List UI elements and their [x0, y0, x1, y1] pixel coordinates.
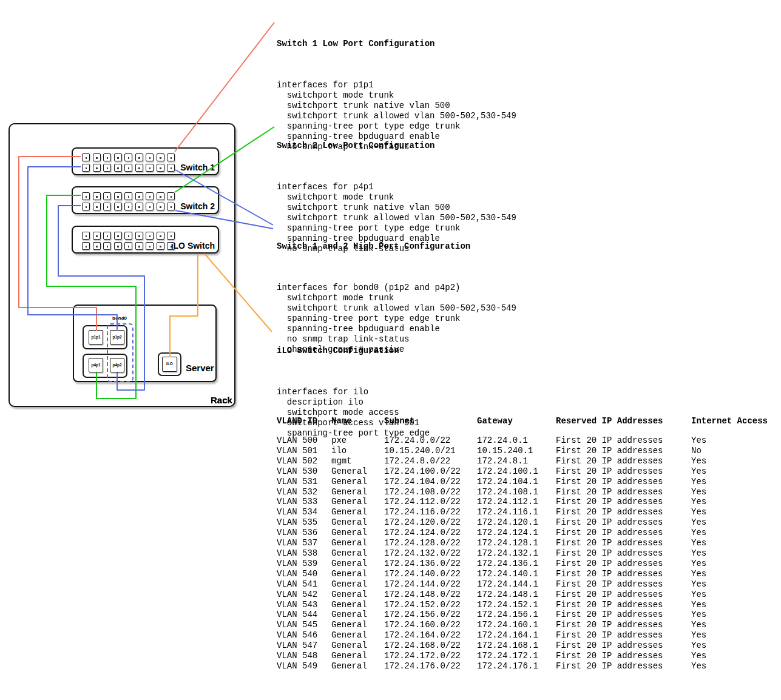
table-cell: 172.24.112.1	[477, 497, 538, 507]
switch-port	[157, 242, 164, 250]
table-cell: 172.24.104.0/22	[384, 477, 461, 487]
table-header-cell: Name	[331, 416, 352, 426]
config-title: Switch 1 Low Port Configuration	[277, 39, 516, 49]
table-cell: First 20 IP addresses	[556, 497, 663, 507]
switch-port	[167, 232, 175, 240]
rack-label: Rack	[211, 395, 232, 405]
table-cell: General	[331, 538, 367, 548]
config-line: switchport mode trunk	[277, 192, 516, 203]
table-cell: Yes	[691, 661, 706, 671]
switch-2-label: Switch 2	[180, 201, 215, 211]
table-cell: General	[331, 548, 367, 559]
table-row: VLAN 548General172.24.172.0/22172.24.172…	[277, 651, 780, 661]
table-cell: 172.24.100.0/22	[384, 466, 461, 477]
ilo-switch-box: iLO Switch	[72, 226, 219, 254]
table-header-cell: Reserved IP Addresses	[556, 416, 663, 426]
table-cell: 172.24.8.0/22	[384, 456, 450, 466]
switch-port	[93, 203, 101, 210]
table-row: VLAN 544General172.24.156.0/22172.24.156…	[277, 610, 780, 620]
table-cell: 172.24.148.0/22	[384, 590, 461, 600]
table-row: VLAN 537General172.24.128.0/22172.24.128…	[277, 538, 780, 548]
table-cell: Yes	[691, 641, 706, 651]
table-cell: VLAN 540	[277, 569, 317, 579]
table-cell: Yes	[691, 548, 706, 559]
table-cell: VLAN 547	[277, 641, 317, 651]
table-row: VLAN 547General172.24.168.0/22172.24.168…	[277, 641, 780, 651]
table-cell: General	[331, 477, 367, 487]
table-cell: Yes	[691, 477, 706, 487]
server-label: Server	[186, 363, 214, 373]
switch-port	[167, 164, 175, 172]
table-cell: VLAN 542	[277, 590, 317, 600]
table-cell: 172.24.164.0/22	[384, 630, 461, 641]
table-cell: General	[331, 497, 367, 507]
switch-port	[146, 242, 154, 250]
table-cell: 172.24.176.0/22	[384, 661, 461, 671]
table-cell: Yes	[691, 517, 706, 528]
config-line: switchport mode trunk	[277, 90, 516, 101]
table-cell: 172.24.132.1	[477, 548, 538, 559]
table-cell: VLAN 544	[277, 610, 317, 620]
table-cell: 172.24.116.0/22	[384, 507, 461, 517]
switch-1-box: Switch 1	[72, 147, 219, 175]
config-block-ilo-switch: iLO Switch Configuration interfaces for …	[277, 325, 430, 449]
table-cell: 10.15.240.0/21	[384, 446, 456, 456]
table-cell: 172.24.160.0/22	[384, 620, 461, 630]
table-cell: VLAN 545	[277, 620, 317, 630]
table-cell: Yes	[691, 487, 706, 497]
switch-port	[114, 203, 122, 210]
table-cell: VLAN 532	[277, 487, 317, 497]
config-line: switchport trunk native vlan 500	[277, 203, 516, 213]
vlan-table-header: VLAND IDNameSubnetGatewayReserved IP Add…	[277, 416, 780, 426]
table-cell: VLAN 541	[277, 579, 317, 590]
table-cell: 172.24.100.1	[477, 466, 538, 477]
table-cell: 172.24.160.1	[477, 620, 538, 630]
table-row: VLAN 543General172.24.152.0/22172.24.152…	[277, 600, 780, 610]
table-cell: Yes	[691, 600, 706, 610]
server-port-ilo: iLO	[162, 357, 177, 372]
switch-port	[93, 232, 101, 240]
table-row: VLAN 539General172.24.136.0/22172.24.136…	[277, 559, 780, 569]
table-cell: Yes	[691, 497, 706, 507]
config-line: interfaces for bond0 (p1p2 and p4p2)	[277, 283, 516, 293]
table-cell: 172.24.148.1	[477, 590, 538, 600]
table-row: VLAN 533General172.24.112.0/22172.24.112…	[277, 497, 780, 507]
switch-port	[135, 153, 143, 161]
switch-port	[103, 192, 111, 200]
table-cell: 172.24.120.1	[477, 517, 538, 528]
table-cell: General	[331, 630, 367, 641]
table-cell: First 20 IP addresses	[556, 436, 663, 446]
table-cell: Yes	[691, 436, 706, 446]
table-cell: No	[691, 446, 702, 456]
table-cell: VLAN 533	[277, 497, 317, 507]
table-cell: General	[331, 641, 367, 651]
table-row: VLAN 545General172.24.160.0/22172.24.160…	[277, 620, 780, 630]
switch-port	[157, 153, 164, 161]
table-cell: VLAN 536	[277, 528, 317, 538]
switch-port	[146, 153, 154, 161]
switch-port	[157, 232, 164, 240]
table-cell: General	[331, 507, 367, 517]
table-cell: VLAN 549	[277, 661, 317, 671]
switch-port	[93, 242, 101, 250]
server-port-p1p1: p1p1	[89, 330, 103, 345]
switch-port	[114, 164, 122, 172]
table-cell: pxe	[331, 436, 347, 446]
switch-port	[114, 192, 122, 200]
switch-port	[103, 232, 111, 240]
switch-port	[82, 164, 90, 172]
switch-port	[124, 242, 132, 250]
table-cell: First 20 IP addresses	[556, 548, 663, 559]
table-cell: 172.24.124.0/22	[384, 528, 461, 538]
switch-port	[82, 192, 90, 200]
table-cell: 172.24.156.1	[477, 610, 538, 620]
table-cell: 172.24.156.0/22	[384, 610, 461, 620]
switch-port	[146, 232, 154, 240]
config-line: interfaces for p1p1	[277, 80, 516, 90]
switch-port	[103, 242, 111, 250]
table-cell: 172.24.116.1	[477, 507, 538, 517]
table-cell: First 20 IP addresses	[556, 661, 663, 671]
table-cell: VLAN 530	[277, 466, 317, 477]
table-header-cell: Subnet	[384, 416, 414, 426]
switch-port	[103, 153, 111, 161]
